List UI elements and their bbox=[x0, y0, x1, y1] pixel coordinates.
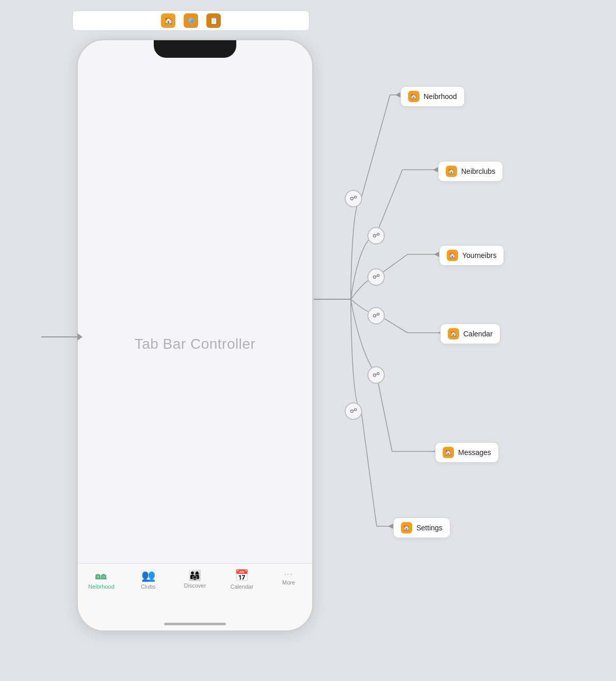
svg-marker-15 bbox=[434, 252, 439, 257]
discover-icon: 👨‍👩‍👧 bbox=[188, 570, 201, 580]
nav-node-2 bbox=[367, 227, 385, 245]
svg-marker-18 bbox=[388, 524, 393, 529]
svg-line-33 bbox=[376, 374, 378, 375]
svg-point-23 bbox=[377, 233, 379, 235]
node-icon-3 bbox=[372, 273, 380, 281]
phone-mockup: Tab Bar Controller 🏘 Neibrhood 👥 Clubs 👨… bbox=[76, 39, 314, 632]
more-icon: ··· bbox=[284, 570, 294, 577]
svg-point-28 bbox=[374, 315, 376, 317]
svg-marker-14 bbox=[433, 167, 438, 172]
svg-point-31 bbox=[374, 374, 376, 377]
svg-line-3 bbox=[376, 170, 402, 236]
dest-messages-icon: 🏠 bbox=[443, 447, 454, 458]
svg-line-27 bbox=[376, 276, 378, 277]
nav-node-6 bbox=[345, 402, 362, 420]
svg-point-22 bbox=[374, 235, 376, 237]
discover-label: Discover bbox=[184, 582, 206, 589]
svg-point-35 bbox=[354, 409, 356, 411]
toolbar-icon-3[interactable]: 📋 bbox=[206, 13, 221, 28]
node-icon-2 bbox=[372, 232, 380, 240]
nav-node-1 bbox=[345, 190, 362, 207]
dest-calendar[interactable]: 🏠 Calendar bbox=[440, 323, 500, 344]
phone-notch bbox=[154, 40, 236, 58]
tab-clubs[interactable]: 👥 Clubs bbox=[129, 570, 167, 590]
dest-settings-label: Settings bbox=[416, 524, 443, 532]
xcode-toolbar: 🏠 ⚙️ 📋 bbox=[72, 10, 310, 31]
tab-more[interactable]: ··· More bbox=[270, 570, 307, 586]
dest-neibrclubs-icon: 🏠 bbox=[446, 166, 457, 177]
dest-calendar-icon: 🏠 bbox=[448, 328, 459, 339]
dest-neibrhood-label: Neibrhood bbox=[424, 92, 457, 101]
svg-point-32 bbox=[377, 372, 379, 375]
nav-node-4 bbox=[367, 307, 385, 325]
dest-messages-label: Messages bbox=[458, 448, 491, 457]
svg-line-21 bbox=[353, 198, 355, 199]
dest-neibrclubs-label: Neibrclubs bbox=[461, 167, 495, 175]
entry-arrow-line bbox=[41, 336, 77, 337]
neibrhood-icon: 🏘 bbox=[95, 570, 107, 581]
dest-calendar-label: Calendar bbox=[463, 330, 493, 338]
phone-main-area: Tab Bar Controller bbox=[78, 58, 312, 630]
entry-arrow bbox=[41, 333, 83, 340]
clubs-label: Clubs bbox=[141, 583, 155, 590]
svg-point-26 bbox=[377, 274, 379, 277]
svg-point-20 bbox=[354, 196, 356, 198]
nav-node-5 bbox=[367, 366, 385, 384]
dest-neibrhood-icon: 🏠 bbox=[408, 91, 419, 102]
node-icon-5 bbox=[372, 371, 380, 379]
dest-settings-icon: 🏠 bbox=[401, 522, 412, 533]
dest-messages[interactable]: 🏠 Messages bbox=[435, 442, 499, 463]
toolbar-icon-1[interactable]: 🏠 bbox=[161, 13, 175, 28]
svg-point-19 bbox=[351, 198, 353, 200]
dest-settings[interactable]: 🏠 Settings bbox=[393, 517, 450, 538]
calendar-label: Calendar bbox=[230, 583, 253, 590]
svg-point-29 bbox=[377, 313, 379, 315]
svg-line-11 bbox=[361, 410, 377, 526]
calendar-icon: 📅 bbox=[235, 570, 249, 581]
svg-line-36 bbox=[353, 410, 355, 411]
svg-line-9 bbox=[377, 375, 392, 451]
dest-neibrclubs[interactable]: 🏠 Neibrclubs bbox=[438, 161, 503, 182]
svg-line-1 bbox=[361, 95, 390, 199]
clubs-icon: 👥 bbox=[141, 570, 155, 581]
tab-neibrhood[interactable]: 🏘 Neibrhood bbox=[83, 570, 120, 590]
tab-bar: 🏘 Neibrhood 👥 Clubs 👨‍👩‍👧 Discover 📅 Cal… bbox=[78, 563, 312, 630]
screen-title: Tab Bar Controller bbox=[135, 336, 256, 352]
dest-yourneibrs-label: Yourneibrs bbox=[462, 251, 496, 260]
home-indicator bbox=[164, 623, 226, 625]
dest-yourneibrs[interactable]: 🏠 Yourneibrs bbox=[439, 245, 504, 266]
dest-neibrhood[interactable]: 🏠 Neibrhood bbox=[400, 86, 465, 107]
svg-point-25 bbox=[374, 276, 376, 279]
phone-screen: Tab Bar Controller 🏘 Neibrhood 👥 Clubs 👨… bbox=[78, 58, 312, 630]
node-icon-1 bbox=[349, 194, 358, 203]
node-icon-6 bbox=[349, 407, 358, 415]
svg-point-34 bbox=[351, 410, 353, 413]
svg-marker-13 bbox=[395, 92, 400, 98]
svg-line-24 bbox=[376, 235, 378, 236]
toolbar-icon-2[interactable]: ⚙️ bbox=[184, 13, 198, 28]
node-icon-4 bbox=[372, 312, 380, 320]
nav-node-3 bbox=[367, 268, 385, 286]
tab-calendar[interactable]: 📅 Calendar bbox=[223, 570, 261, 590]
tab-discover[interactable]: 👨‍👩‍👧 Discover bbox=[176, 570, 214, 589]
more-label: More bbox=[282, 579, 295, 586]
svg-line-30 bbox=[376, 315, 378, 316]
neibrhood-label: Neibrhood bbox=[88, 583, 115, 590]
entry-arrow-head bbox=[77, 333, 83, 340]
dest-yourneibrs-icon: 🏠 bbox=[447, 250, 458, 261]
